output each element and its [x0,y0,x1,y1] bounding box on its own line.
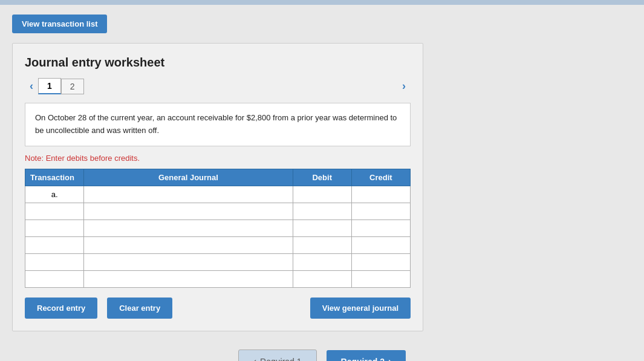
transaction-cell-2 [25,220,84,236]
debit-cell-2[interactable] [293,220,351,236]
nav-right-chevron[interactable]: › [397,80,411,93]
nav-tab-1[interactable]: 1 [38,78,61,94]
general-journal-cell-5[interactable] [84,270,293,287]
required1-label: Required 1 [260,357,302,361]
credit-input-3[interactable] [352,237,410,253]
view-general-journal-button[interactable]: View general journal [310,298,411,319]
clear-entry-button[interactable]: Clear entry [107,298,172,319]
general-journal-cell-4[interactable] [84,253,293,270]
table-row: a. [25,186,411,203]
debit-cell-3[interactable] [293,236,351,253]
table-row [25,236,411,253]
bottom-nav: Required 1 Required 2 [12,350,632,361]
general-journal-cell-1[interactable] [84,203,293,220]
credit-input-4[interactable] [352,254,410,270]
general-journal-cell-3[interactable] [84,236,293,253]
debit-cell-1[interactable] [293,203,351,220]
required2-label: Required 2 [341,357,385,361]
table-row [25,270,411,287]
credit-cell-5[interactable] [351,270,410,287]
credit-input-2[interactable] [352,220,410,236]
nav-left-chevron[interactable]: ‹ [25,80,38,93]
transaction-cell-3 [25,236,84,253]
general-journal-input-4[interactable] [84,254,292,270]
credit-cell-0[interactable] [351,186,410,203]
credit-cell-4[interactable] [351,253,410,270]
debit-input-1[interactable] [293,203,351,220]
debit-input-3[interactable] [293,237,351,253]
general-journal-input-5[interactable] [84,271,292,287]
debit-cell-4[interactable] [293,253,351,270]
nav-tab-2[interactable]: 2 [61,79,84,94]
col-header-general-journal: General Journal [84,169,293,186]
worksheet-title: Journal entry worksheet [25,56,411,70]
description-box: On October 28 of the current year, an ac… [25,103,411,146]
required2-button[interactable]: Required 2 [327,350,406,361]
debit-input-5[interactable] [293,271,351,287]
transaction-cell-1 [25,203,84,220]
debit-input-4[interactable] [293,254,351,270]
col-header-debit: Debit [293,169,351,186]
top-bar [0,0,644,5]
general-journal-cell-0[interactable] [84,186,293,203]
general-journal-input-3[interactable] [84,237,292,253]
transaction-cell-0: a. [25,186,84,203]
col-header-credit: Credit [351,169,410,186]
required1-left-chevron-icon [253,356,256,361]
debit-input-0[interactable] [293,186,351,203]
record-entry-button[interactable]: Record entry [25,298,97,319]
required2-right-chevron-icon [388,356,391,361]
page-content: View transaction list Journal entry work… [0,5,644,361]
worksheet-container: Journal entry worksheet ‹ 1 2 › On Octob… [12,43,423,331]
credit-cell-1[interactable] [351,203,410,220]
transaction-cell-5 [25,270,84,287]
button-row: Record entry Clear entry View general jo… [25,298,411,319]
debit-input-2[interactable] [293,220,351,236]
note-text: Note: Enter debits before credits. [25,154,411,163]
general-journal-input-2[interactable] [84,220,292,236]
credit-cell-2[interactable] [351,220,410,236]
credit-input-0[interactable] [352,186,410,203]
nav-row: ‹ 1 2 › [25,78,411,94]
general-journal-input-1[interactable] [84,203,292,220]
table-row [25,203,411,220]
debit-cell-0[interactable] [293,186,351,203]
table-row [25,253,411,270]
general-journal-cell-2[interactable] [84,220,293,236]
credit-input-1[interactable] [352,203,410,220]
required1-button[interactable]: Required 1 [238,350,317,361]
description-text: On October 28 of the current year, an ac… [35,113,397,135]
col-header-transaction: Transaction [25,169,84,186]
debit-cell-5[interactable] [293,270,351,287]
view-transaction-button[interactable]: View transaction list [12,15,107,33]
journal-table: Transaction General Journal Debit Credit… [25,169,411,288]
credit-input-5[interactable] [352,271,410,287]
table-row [25,220,411,236]
credit-cell-3[interactable] [351,236,410,253]
transaction-cell-4 [25,253,84,270]
general-journal-input-0[interactable] [84,186,292,203]
